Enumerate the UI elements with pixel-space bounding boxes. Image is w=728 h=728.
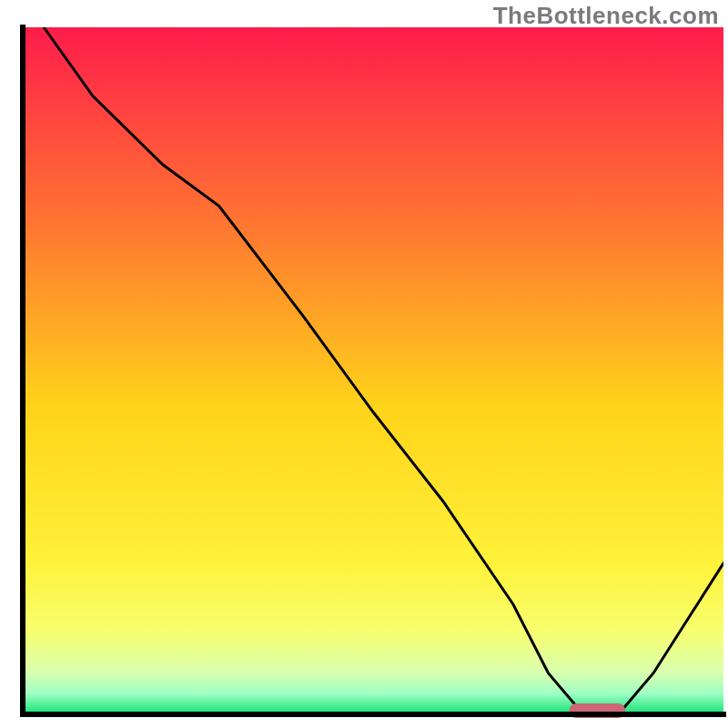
chart-container: TheBottleneck.com bbox=[0, 0, 728, 728]
bottleneck-chart bbox=[0, 0, 728, 728]
watermark-text: TheBottleneck.com bbox=[493, 2, 719, 30]
